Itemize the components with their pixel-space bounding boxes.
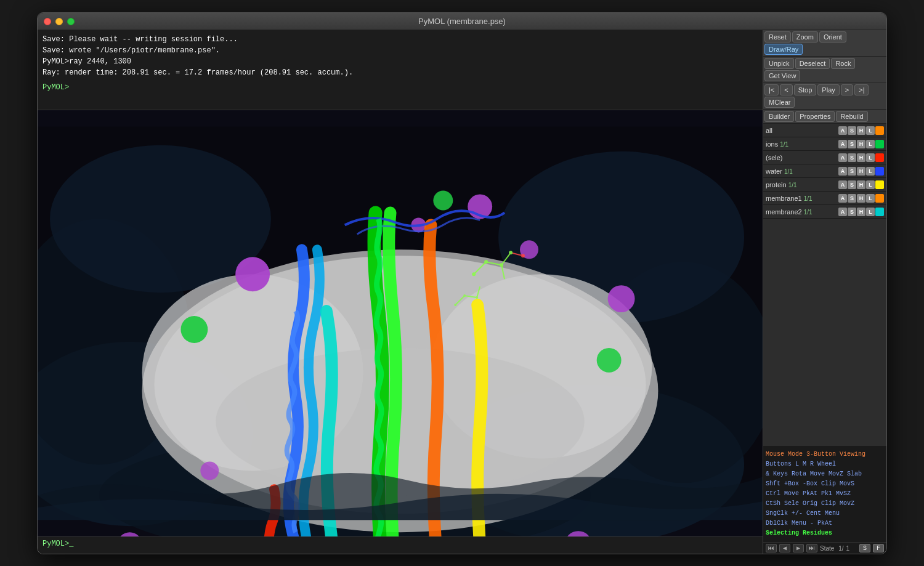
state-s-btn[interactable]: S <box>859 544 870 552</box>
obj-btn-s-ions[interactable]: S <box>848 140 856 148</box>
obj-btn-c-membrane1[interactable] <box>875 194 884 203</box>
object-item-water[interactable]: water 1/1 A S H L <box>763 164 886 178</box>
svg-point-20 <box>200 461 219 480</box>
draw-ray-button[interactable]: Draw/Ray <box>764 44 803 55</box>
object-item-protein[interactable]: protein 1/1 A S H L <box>763 178 886 192</box>
mol-viewport[interactable] <box>38 110 763 536</box>
close-button[interactable] <box>44 18 51 25</box>
maximize-button[interactable] <box>67 18 75 25</box>
obj-btn-a-water[interactable]: A <box>838 167 847 176</box>
mouse-mode-line-5: CtSh Sele Orig Clip MovZ <box>766 499 884 509</box>
object-name-all: all <box>766 127 838 134</box>
obj-btn-a-sele[interactable]: A <box>838 153 847 162</box>
obj-btn-c-sele[interactable] <box>875 153 884 162</box>
rewind-button[interactable]: |< <box>764 84 779 95</box>
prev-button[interactable]: < <box>780 84 792 95</box>
obj-btn-h-sele[interactable]: H <box>857 153 865 162</box>
mouse-mode-line-4: Ctrl Move PkAt Pk1 MvSZ <box>766 489 884 499</box>
obj-btn-l-sele[interactable]: L <box>866 153 875 162</box>
object-item-all[interactable]: all A S H L <box>763 124 886 137</box>
svg-point-19 <box>118 532 142 536</box>
obj-btn-l-ions[interactable]: L <box>866 140 875 148</box>
mouse-mode-line-7: DblClk Menu - PkAt <box>766 519 884 528</box>
svg-point-40 <box>463 294 466 297</box>
obj-btn-c-protein[interactable] <box>875 180 884 189</box>
unpick-button[interactable]: Unpick <box>764 58 794 69</box>
rock-button[interactable]: Rock <box>831 58 855 69</box>
obj-btn-h-ions[interactable]: H <box>857 140 865 148</box>
obj-btn-c-ions[interactable] <box>875 140 884 148</box>
state-ff[interactable]: ⏭ <box>806 544 817 552</box>
reset-button[interactable]: Reset <box>764 31 791 42</box>
state-rewind[interactable]: ⏮ <box>766 544 777 552</box>
zoom-button[interactable]: Zoom <box>792 31 818 42</box>
builder-button[interactable]: Builder <box>764 111 794 122</box>
svg-point-35 <box>521 254 525 257</box>
object-item-sele[interactable]: (sele) A S H L <box>763 151 886 164</box>
minimize-button[interactable] <box>55 18 63 25</box>
object-item-membrane1[interactable]: membrane1 1/1 A S H L <box>763 192 886 205</box>
obj-btn-h-membrane1[interactable]: H <box>857 194 865 203</box>
obj-btn-l-membrane1[interactable]: L <box>866 194 875 203</box>
state-f-btn[interactable]: F <box>873 544 884 552</box>
properties-button[interactable]: Properties <box>795 111 835 122</box>
window-title: PyMOL (membrane.pse) <box>418 17 506 26</box>
next-button[interactable]: > <box>841 84 853 95</box>
obj-btn-a-all[interactable]: A <box>838 126 847 135</box>
toolbar-row-3: |< < Stop Play > >| MClear <box>763 83 886 110</box>
obj-btn-l-water[interactable]: L <box>866 167 875 176</box>
toolbar-row-1: Reset Zoom Orient Draw/Ray <box>763 30 886 57</box>
main-content: Save: Please wait -- writing session fil… <box>38 30 886 554</box>
stop-button[interactable]: Stop <box>794 84 817 95</box>
state-prev[interactable]: ◀ <box>779 544 790 552</box>
svg-point-31 <box>472 272 476 276</box>
obj-btn-h-water[interactable]: H <box>857 167 865 176</box>
obj-btn-h-protein[interactable]: H <box>857 180 865 189</box>
fast-forward-button[interactable]: >| <box>854 84 869 95</box>
obj-btn-c-water[interactable] <box>875 167 884 176</box>
orient-button[interactable]: Orient <box>819 31 846 42</box>
console-line-2: Save: wrote "/Users/piotr/membrane.pse". <box>43 45 758 56</box>
obj-btn-s-water[interactable]: S <box>848 167 856 176</box>
object-item-ions[interactable]: ions 1/1 A S H L <box>763 137 886 151</box>
obj-btn-a-membrane1[interactable]: A <box>838 194 847 203</box>
console-line-4: Ray: render time: 208.91 sec. = 17.2 fra… <box>43 67 758 78</box>
obj-btn-h-membrane2[interactable]: H <box>857 208 865 216</box>
mouse-mode-selecting: Selecting Residues <box>766 528 884 538</box>
object-name-ions: ions 1/1 <box>766 140 838 148</box>
obj-btn-l-membrane2[interactable]: L <box>866 208 875 216</box>
object-name-water: water 1/1 <box>766 168 838 175</box>
svg-point-17 <box>608 285 635 312</box>
obj-btn-l-protein[interactable]: L <box>866 180 875 189</box>
obj-btn-a-protein[interactable]: A <box>838 180 847 189</box>
state-current: 1/ <box>838 545 843 552</box>
obj-btn-h-all[interactable]: H <box>857 126 865 135</box>
obj-btn-s-sele[interactable]: S <box>848 153 856 162</box>
deselect-button[interactable]: Deselect <box>795 58 830 69</box>
obj-btn-s-membrane1[interactable]: S <box>848 194 856 203</box>
svg-point-33 <box>500 263 503 267</box>
obj-btn-s-protein[interactable]: S <box>848 180 856 189</box>
console-output: Save: Please wait -- writing session fil… <box>38 30 763 110</box>
svg-point-41 <box>476 296 478 299</box>
mouse-mode-line-1: Buttons L M R Wheel <box>766 459 884 469</box>
mclear-button[interactable]: MClear <box>764 97 795 108</box>
console-prompt: PyMOL> <box>43 82 758 93</box>
obj-btn-s-membrane2[interactable]: S <box>848 208 856 216</box>
obj-btn-s-all[interactable]: S <box>848 126 856 135</box>
object-item-membrane2[interactable]: membrane2 1/1 A S H L <box>763 205 886 219</box>
mouse-mode-title: Mouse Mode 3-Button Viewing <box>766 450 884 459</box>
play-button[interactable]: Play <box>817 84 839 95</box>
mouse-mode-line-6: SngClk +/- Cent Menu <box>766 509 884 519</box>
obj-btn-l-all[interactable]: L <box>866 126 875 135</box>
obj-btn-c-membrane2[interactable] <box>875 208 884 216</box>
get-view-button[interactable]: Get View <box>764 70 800 81</box>
rebuild-button[interactable]: Rebuild <box>836 111 867 122</box>
obj-btn-c-all[interactable] <box>875 126 884 135</box>
object-name-membrane2: membrane2 1/1 <box>766 208 838 216</box>
mol-scene <box>38 110 763 536</box>
obj-btn-a-ions[interactable]: A <box>838 140 847 148</box>
right-panel: Reset Zoom Orient Draw/Ray Unpick Desele… <box>763 30 886 554</box>
state-next[interactable]: ▶ <box>793 544 804 552</box>
obj-btn-a-membrane2[interactable]: A <box>838 208 847 216</box>
